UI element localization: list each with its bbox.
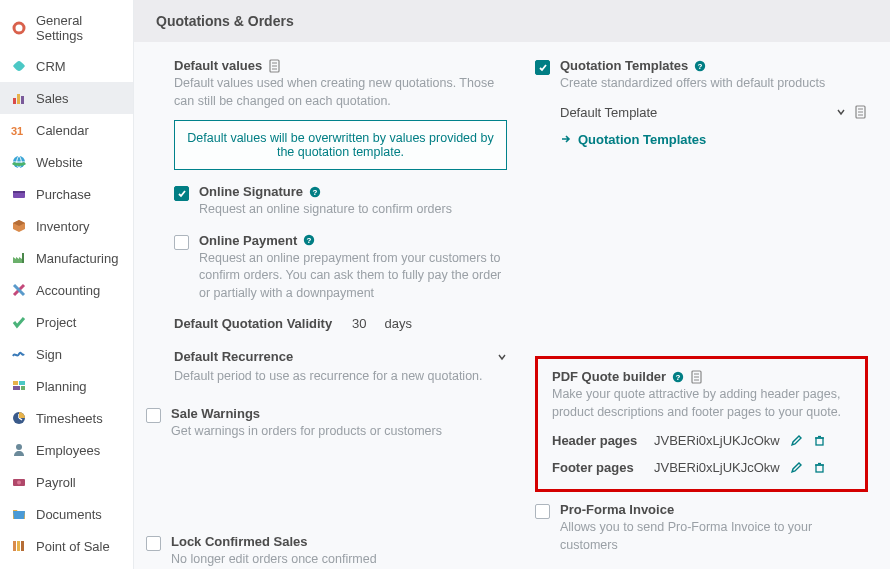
sidebar-item-label: Accounting [36,283,100,298]
chevron-down-icon [497,352,507,362]
lock-confirmed-title: Lock Confirmed Sales [171,534,308,549]
footer-pages-file: JVBERi0xLjUKJcOkw [654,460,780,475]
sidebar-item-timesheets[interactable]: Timesheets [0,402,133,434]
svg-rect-41 [816,438,823,445]
sidebar-item-employees[interactable]: Employees [0,434,133,466]
sidebar-item-sign[interactable]: Sign [0,338,133,370]
quotation-templates-desc: Create standardized offers with default … [560,75,868,93]
sidebar-item-point-of-sale[interactable]: Point of Sale [0,530,133,562]
sidebar-item-label: Manufacturing [36,251,118,266]
svg-rect-8 [13,191,25,193]
help-icon[interactable]: ? [694,60,706,72]
default-template-input[interactable] [665,112,828,113]
calendar-icon: 31 [10,121,28,139]
help-icon[interactable]: ? [672,371,684,383]
sidebar-item-label: Calendar [36,123,89,138]
svg-point-1 [17,26,21,30]
edit-icon[interactable] [790,434,803,447]
sidebar: General Settings CRM Sales 31 Calendar W… [0,0,134,569]
sidebar-item-accounting[interactable]: Accounting [0,274,133,306]
svg-rect-4 [21,96,24,104]
recurrence-desc: Default period to use as recurrence for … [174,368,507,386]
planning-icon [10,377,28,395]
sidebar-item-project[interactable]: Project [0,306,133,338]
signature-icon [10,345,28,363]
lock-confirmed-desc: No longer edit orders once confirmed [171,551,507,569]
factory-icon [10,249,28,267]
bar-chart-icon [10,89,28,107]
sidebar-item-planning[interactable]: Planning [0,370,133,402]
sidebar-item-website[interactable]: Website [0,146,133,178]
svg-rect-13 [21,386,25,390]
sidebar-item-purchase[interactable]: Purchase [0,178,133,210]
checkmark-icon [10,313,28,331]
header-pages-label: Header pages [552,433,644,448]
default-values-helper: Default values will be overwritten by va… [174,120,507,170]
clock-icon [10,409,28,427]
proforma-title: Pro-Forma Invoice [560,502,674,517]
sidebar-item-label: Inventory [36,219,89,234]
sidebar-item-documents[interactable]: Documents [0,498,133,530]
sidebar-item-crm[interactable]: CRM [0,50,133,82]
edit-icon[interactable] [790,461,803,474]
studio-icon[interactable] [690,370,704,384]
sidebar-item-calendar[interactable]: 31 Calendar [0,114,133,146]
recurrence-field[interactable]: Default Recurrence [174,349,507,364]
default-values-title: Default values [174,58,282,73]
quotation-templates-checkbox[interactable] [535,60,550,75]
sidebar-item-label: Planning [36,379,87,394]
money-icon [10,473,28,491]
person-icon [10,441,28,459]
sidebar-item-general-settings[interactable]: General Settings [0,6,133,50]
sidebar-item-payroll[interactable]: Payroll [0,466,133,498]
online-signature-checkbox[interactable] [174,186,189,201]
help-icon[interactable]: ? [303,234,315,246]
pencil-ruler-icon [10,281,28,299]
svg-rect-10 [13,381,18,385]
sidebar-item-label: CRM [36,59,66,74]
svg-rect-44 [816,465,823,472]
svg-text:?: ? [698,62,703,71]
svg-text:31: 31 [11,125,23,137]
help-icon[interactable]: ? [309,186,321,198]
svg-rect-20 [21,541,24,551]
trash-icon[interactable] [813,434,826,447]
online-payment-checkbox[interactable] [174,235,189,250]
online-signature-desc: Request an online signature to confirm o… [199,201,507,219]
online-payment-title: Online Payment ? [199,233,315,248]
gear-icon [10,19,28,37]
default-values-desc: Default values used when creating new qu… [174,75,507,110]
svg-point-17 [17,481,21,485]
trash-icon[interactable] [813,461,826,474]
svg-rect-11 [19,381,25,385]
sidebar-item-sales[interactable]: Sales [0,82,133,114]
sidebar-item-label: Website [36,155,83,170]
proforma-checkbox[interactable] [535,504,550,519]
studio-icon[interactable] [854,105,868,119]
folder-icon [10,505,28,523]
sidebar-item-label: Employees [36,443,100,458]
main-content: Quotations & Orders Default values Defau… [134,0,890,569]
globe-icon [10,153,28,171]
quotation-templates-title: Quotation Templates ? [560,58,706,73]
sidebar-item-manufacturing[interactable]: Manufacturing [0,242,133,274]
sidebar-item-inventory[interactable]: Inventory [0,210,133,242]
validity-field: Default Quotation Validity 30 days [174,316,507,331]
svg-text:?: ? [676,373,681,382]
pdf-quote-builder-box: PDF Quote builder ? Make your quote attr… [535,356,868,492]
validity-value[interactable]: 30 [352,316,366,331]
sale-warnings-checkbox[interactable] [146,408,161,423]
quotation-templates-link[interactable]: Quotation Templates [560,132,706,147]
lock-confirmed-checkbox[interactable] [146,536,161,551]
studio-icon[interactable] [268,59,282,73]
svg-point-15 [16,444,22,450]
handshake-icon [10,57,28,75]
footer-pages-label: Footer pages [552,460,644,475]
wallet-icon [10,185,28,203]
chevron-down-icon[interactable] [836,107,846,117]
sidebar-item-label: Payroll [36,475,76,490]
header-pages-file: JVBERi0xLjUKJcOkw [654,433,780,448]
pdf-quote-title: PDF Quote builder ? [552,369,704,384]
online-signature-title: Online Signature ? [199,184,321,199]
sidebar-item-label: Project [36,315,76,330]
